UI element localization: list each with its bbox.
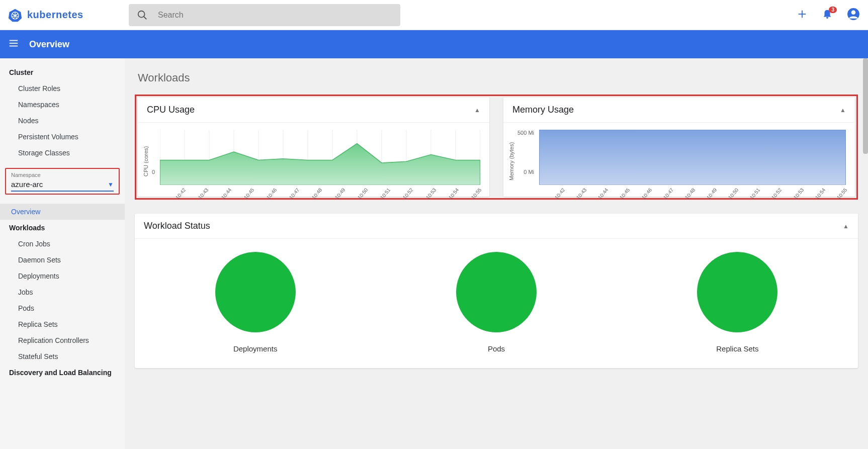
brand-name: kubernetes bbox=[27, 9, 83, 21]
caret-down-icon: ▼ bbox=[108, 181, 114, 188]
cpu-ymin: 0 bbox=[152, 169, 155, 175]
sidebar-item-jobs[interactable]: Jobs bbox=[0, 284, 125, 300]
main-content: Workloads CPU Usage ▲ CPU (cores) 0 10:4… bbox=[125, 58, 868, 449]
create-button[interactable] bbox=[797, 9, 808, 22]
workload-status-card: Workload Status ▲ Deployments Pods Repli… bbox=[135, 214, 858, 368]
search-input[interactable] bbox=[158, 11, 392, 20]
top-bar: kubernetes 3 bbox=[0, 0, 868, 30]
sidebar-item-deployments[interactable]: Deployments bbox=[0, 268, 125, 284]
memory-xticks: 10:4210:4310:4410:4510:4610:4710:4810:49… bbox=[539, 185, 846, 193]
status-label: Pods bbox=[488, 344, 505, 353]
sidebar-heading-discovery[interactable]: Discovery and Load Balancing bbox=[0, 365, 125, 381]
memory-chart bbox=[539, 130, 846, 185]
status-circle-icon bbox=[697, 252, 777, 332]
menu-button[interactable] bbox=[8, 38, 19, 51]
cpu-ylabel: CPU (cores) bbox=[143, 130, 149, 193]
sidebar: Cluster Cluster Roles Namespaces Nodes P… bbox=[0, 58, 125, 449]
sidebar-item-pods[interactable]: Pods bbox=[0, 300, 125, 316]
cpu-usage-card: CPU Usage ▲ CPU (cores) 0 10:4210:4310:4… bbox=[138, 98, 489, 197]
page-context-title: Overview bbox=[29, 39, 69, 50]
sidebar-item-storage-classes[interactable]: Storage Classes bbox=[0, 145, 125, 161]
svg-line-10 bbox=[144, 16, 147, 19]
page-title: Workloads bbox=[135, 66, 858, 95]
topbar-actions: 3 bbox=[797, 8, 860, 23]
memory-card-title: Memory Usage bbox=[512, 105, 574, 115]
sidebar-item-persistent-volumes[interactable]: Persistent Volumes bbox=[0, 129, 125, 145]
svg-point-13 bbox=[826, 17, 828, 19]
status-deployments: Deployments bbox=[215, 252, 296, 353]
memory-usage-card: Memory Usage ▲ Memory (bytes) 500 Mi 0 M… bbox=[503, 98, 855, 197]
cpu-chart bbox=[160, 130, 480, 185]
notification-count: 3 bbox=[829, 7, 837, 13]
collapse-icon[interactable]: ▲ bbox=[843, 223, 849, 230]
memory-ymin: 0 Mi bbox=[517, 169, 534, 175]
plus-icon bbox=[797, 9, 808, 20]
scrollbar[interactable] bbox=[863, 58, 868, 154]
svg-point-15 bbox=[851, 10, 856, 15]
status-circle-icon bbox=[456, 252, 537, 332]
hamburger-icon bbox=[8, 38, 19, 49]
usage-charts-row: CPU Usage ▲ CPU (cores) 0 10:4210:4310:4… bbox=[135, 95, 858, 200]
sidebar-item-nodes[interactable]: Nodes bbox=[0, 113, 125, 129]
cpu-card-title: CPU Usage bbox=[147, 105, 195, 115]
status-circle-icon bbox=[215, 252, 296, 332]
sidebar-item-replication-controllers[interactable]: Replication Controllers bbox=[0, 332, 125, 348]
kubernetes-logo-icon bbox=[8, 8, 22, 22]
status-pods: Pods bbox=[456, 252, 537, 353]
user-icon bbox=[847, 8, 860, 21]
collapse-icon[interactable]: ▲ bbox=[840, 107, 846, 114]
user-button[interactable] bbox=[847, 8, 860, 23]
sidebar-item-stateful-sets[interactable]: Stateful Sets bbox=[0, 348, 125, 365]
sidebar-item-overview[interactable]: Overview bbox=[0, 204, 125, 220]
namespace-label: Namespace bbox=[11, 172, 114, 178]
sidebar-item-cluster-roles[interactable]: Cluster Roles bbox=[0, 80, 125, 97]
sidebar-item-cron-jobs[interactable]: Cron Jobs bbox=[0, 236, 125, 252]
svg-point-9 bbox=[138, 11, 145, 17]
workload-status-title: Workload Status bbox=[144, 221, 210, 231]
status-replica-sets: Replica Sets bbox=[697, 252, 777, 353]
blue-bar: Overview bbox=[0, 30, 868, 58]
sidebar-item-replica-sets[interactable]: Replica Sets bbox=[0, 316, 125, 332]
logo[interactable]: kubernetes bbox=[8, 8, 129, 22]
sidebar-heading-workloads[interactable]: Workloads bbox=[0, 220, 125, 236]
search-box[interactable] bbox=[129, 4, 400, 26]
namespace-selector[interactable]: Namespace azure-arc ▼ bbox=[5, 168, 120, 195]
notifications-button[interactable]: 3 bbox=[822, 9, 833, 22]
search-icon bbox=[137, 10, 148, 21]
status-label: Deployments bbox=[233, 344, 278, 353]
collapse-icon[interactable]: ▲ bbox=[474, 107, 480, 114]
memory-ylabel: Memory (bytes) bbox=[508, 130, 514, 193]
sidebar-item-namespaces[interactable]: Namespaces bbox=[0, 97, 125, 113]
cpu-xticks: 10:4210:4310:4410:4510:4610:4710:4810:49… bbox=[160, 185, 480, 193]
namespace-value: azure-arc bbox=[11, 180, 43, 189]
sidebar-heading-cluster[interactable]: Cluster bbox=[0, 64, 125, 80]
memory-ymax: 500 Mi bbox=[517, 130, 534, 136]
status-label: Replica Sets bbox=[716, 344, 758, 353]
sidebar-item-daemon-sets[interactable]: Daemon Sets bbox=[0, 252, 125, 268]
